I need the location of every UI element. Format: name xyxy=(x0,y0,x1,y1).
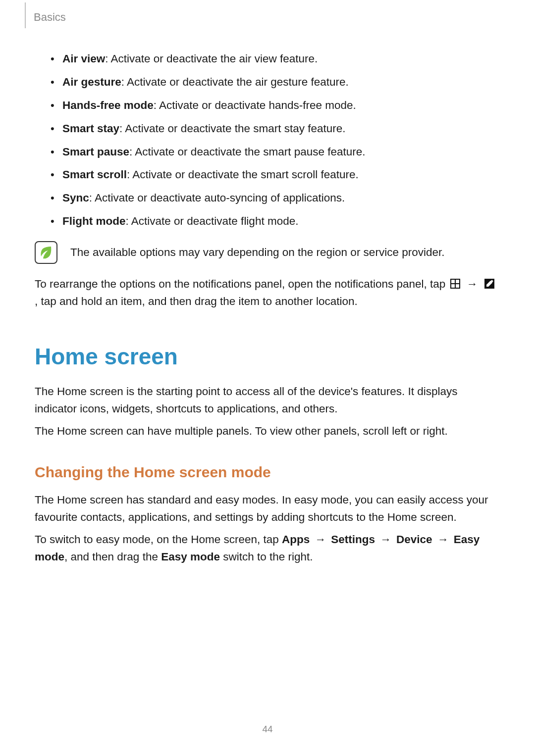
feature-list-item: Hands-free mode: Activate or deactivate … xyxy=(51,97,500,114)
feature-term: Smart pause xyxy=(62,146,129,158)
page-number: 44 xyxy=(0,722,535,736)
apps-label: Apps xyxy=(282,533,310,546)
switch-post-text: switch to the right. xyxy=(220,551,313,563)
home-intro-paragraph-1: The Home screen is the starting point to… xyxy=(35,383,500,418)
feature-list-item: Smart stay: Activate or deactivate the s… xyxy=(51,120,500,138)
rearrange-post-text: , tap and hold an item, and then drag th… xyxy=(35,295,358,307)
feature-term: Air view xyxy=(62,52,105,65)
feature-desc: : Activate or deactivate the air view fe… xyxy=(105,52,318,65)
feature-list-item: Sync: Activate or deactivate auto-syncin… xyxy=(51,190,500,207)
manual-page: Basics Air view: Activate or deactivate … xyxy=(0,0,535,756)
breadcrumb-rule xyxy=(25,2,26,28)
feature-list-item: Air view: Activate or deactivate the air… xyxy=(51,50,500,68)
feature-term: Sync xyxy=(62,192,89,204)
grid-icon xyxy=(450,278,461,289)
section-heading-home-screen: Home screen xyxy=(35,339,500,374)
rearrange-arrow: → xyxy=(467,278,478,290)
feature-desc: : Activate or deactivate flight mode. xyxy=(126,215,299,227)
easy-mode-bold: Easy mode xyxy=(161,551,220,563)
path-arrow-1: → xyxy=(315,533,326,546)
feature-term: Flight mode xyxy=(62,215,126,227)
svg-rect-2 xyxy=(456,280,459,283)
feature-list-item: Flight mode: Activate or deactivate flig… xyxy=(51,213,500,230)
feature-list-item: Air gesture: Activate or deactivate the … xyxy=(51,74,500,91)
rearrange-pre-text: To rearrange the options on the notifica… xyxy=(35,278,449,290)
page-content: Air view: Activate or deactivate the air… xyxy=(35,50,500,566)
subsection-heading-changing-mode: Changing the Home screen mode xyxy=(35,461,500,484)
feature-term: Smart scroll xyxy=(62,168,127,181)
svg-rect-1 xyxy=(451,280,455,283)
home-intro-paragraph-2: The Home screen can have multiple panels… xyxy=(35,423,500,440)
note-text: The available options may vary depending… xyxy=(70,244,444,261)
breadcrumb: Basics xyxy=(34,9,66,26)
feature-list-item: Smart pause: Activate or deactivate the … xyxy=(51,144,500,161)
feature-desc: : Activate or deactivate the smart scrol… xyxy=(127,168,359,181)
changing-mode-paragraph-1: The Home screen has standard and easy mo… xyxy=(35,492,500,526)
feature-desc: : Activate or deactivate the air gesture… xyxy=(121,76,349,88)
feature-desc: : Activate or deactivate the smart pause… xyxy=(129,146,366,158)
settings-label: Settings xyxy=(331,533,375,546)
edit-pencil-icon xyxy=(484,278,495,289)
path-arrow-2: → xyxy=(380,533,391,546)
feature-list-item: Smart scroll: Activate or deactivate the… xyxy=(51,166,500,184)
feature-term: Smart stay xyxy=(62,122,119,135)
note-row: The available options may vary depending… xyxy=(35,241,500,264)
device-label: Device xyxy=(396,533,432,546)
path-arrow-3: → xyxy=(437,533,449,546)
feature-desc: : Activate or deactivate hands-free mode… xyxy=(154,99,356,111)
switch-pre-text: To switch to easy mode, on the Home scre… xyxy=(35,533,282,546)
feature-desc: : Activate or deactivate auto-syncing of… xyxy=(89,192,345,204)
feature-term: Air gesture xyxy=(62,76,121,88)
switch-mid-text: , and then drag the xyxy=(64,551,161,563)
switch-easy-mode-paragraph: To switch to easy mode, on the Home scre… xyxy=(35,531,500,566)
note-leaf-icon xyxy=(35,241,57,264)
feature-term: Hands-free mode xyxy=(62,99,154,111)
rearrange-paragraph: To rearrange the options on the notifica… xyxy=(35,276,500,310)
feature-desc: : Activate or deactivate the smart stay … xyxy=(119,122,345,135)
feature-bullet-list: Air view: Activate or deactivate the air… xyxy=(35,50,500,230)
svg-rect-3 xyxy=(451,284,455,288)
svg-rect-4 xyxy=(456,284,459,288)
